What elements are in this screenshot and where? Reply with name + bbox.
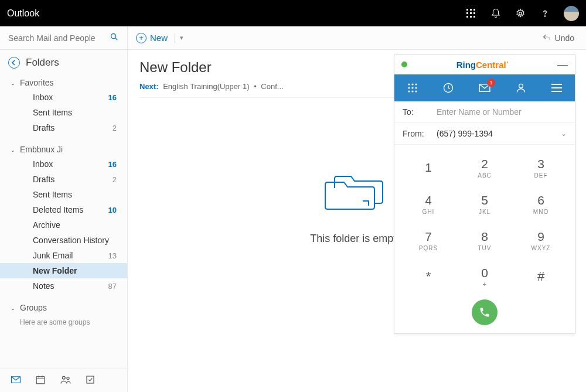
- chevron-up-icon: ⌃: [11, 305, 15, 311]
- mail-module-icon[interactable]: [11, 376, 21, 386]
- rc-to-input[interactable]: [437, 107, 567, 117]
- svg-rect-4: [470, 12, 472, 14]
- dialpad-tab-icon[interactable]: [406, 81, 420, 95]
- search-icon[interactable]: [110, 32, 119, 44]
- rc-from-label: From:: [403, 129, 428, 138]
- contacts-tab-icon[interactable]: [514, 81, 528, 95]
- folder-label: Drafts: [33, 175, 54, 184]
- dial-key-number: 9: [537, 230, 544, 244]
- history-tab-icon[interactable]: [441, 81, 455, 95]
- svg-point-11: [111, 33, 116, 38]
- messages-tab-icon[interactable]: 1: [478, 81, 492, 95]
- folder-label: Conversation History: [33, 236, 109, 245]
- svg-point-19: [415, 83, 417, 85]
- dial-key-star[interactable]: *: [400, 258, 456, 295]
- people-module-icon[interactable]: [60, 375, 71, 387]
- dial-key-1[interactable]: 1: [400, 149, 456, 186]
- search-box[interactable]: [0, 26, 128, 50]
- folder-item-sent[interactable]: Sent Items: [0, 187, 127, 202]
- app-titlebar: Outlook: [0, 0, 586, 26]
- folder-item-notes[interactable]: Notes87: [0, 278, 127, 294]
- svg-rect-6: [466, 16, 468, 18]
- svg-rect-15: [87, 376, 94, 383]
- command-bar: + New ▾ Undo: [0, 26, 586, 50]
- svg-rect-3: [466, 12, 468, 14]
- dial-key-hash[interactable]: #: [513, 258, 569, 295]
- svg-rect-8: [473, 16, 475, 18]
- section-label: Favorites: [20, 78, 54, 87]
- dial-key-letters: PQRS: [419, 245, 438, 251]
- message-badge: 1: [487, 79, 495, 87]
- svg-rect-1: [470, 9, 472, 11]
- user-avatar[interactable]: [564, 6, 579, 21]
- dial-key-number: 1: [425, 161, 432, 175]
- section-mailbox[interactable]: ⌃ Embbnux Ji: [0, 142, 127, 156]
- dial-key-letters: TUV: [478, 245, 492, 251]
- undo-label: Undo: [555, 33, 574, 43]
- chevron-up-icon: ⌃: [11, 80, 15, 86]
- dial-key-8[interactable]: 8TUV: [456, 222, 513, 258]
- svg-rect-0: [466, 9, 468, 11]
- folder-sidebar: Folders ⌃ Favorites Inbox 16 Sent Items …: [0, 50, 128, 392]
- folder-count: 16: [108, 93, 117, 102]
- svg-point-21: [411, 87, 413, 88]
- folder-label: Inbox: [33, 93, 53, 102]
- folder-item-archive[interactable]: Archive: [0, 217, 127, 233]
- call-button[interactable]: [472, 299, 498, 325]
- dial-key-letters: MNO: [533, 209, 548, 215]
- help-icon[interactable]: [539, 8, 551, 19]
- svg-point-14: [67, 377, 69, 379]
- settings-icon[interactable]: [515, 8, 526, 19]
- folder-item-sent[interactable]: Sent Items: [0, 105, 127, 120]
- hamburger-menu-icon[interactable]: [550, 81, 564, 95]
- rc-from-row[interactable]: From: (657) 999-1394 ⌄: [394, 123, 575, 145]
- folder-item-convhistory[interactable]: Conversation History: [0, 233, 127, 248]
- dial-key-number: 7: [425, 230, 432, 244]
- tasks-module-icon[interactable]: [86, 375, 95, 387]
- back-circle-icon[interactable]: [8, 57, 20, 69]
- dial-key-3[interactable]: 3DEF: [513, 149, 569, 186]
- new-button[interactable]: + New ▾: [128, 33, 192, 43]
- folder-item-inbox[interactable]: Inbox 16: [0, 90, 127, 105]
- dial-key-5[interactable]: 5JKL: [456, 186, 513, 222]
- rc-from-value: (657) 999-1394: [437, 129, 553, 138]
- folders-header[interactable]: Folders: [0, 50, 127, 72]
- svg-point-17: [408, 83, 410, 85]
- minimize-icon[interactable]: —: [557, 59, 568, 70]
- folder-count: 13: [108, 251, 117, 260]
- undo-button[interactable]: Undo: [542, 33, 586, 43]
- folder-item-inbox[interactable]: Inbox16: [0, 156, 127, 172]
- dial-key-9[interactable]: 9WXYZ: [513, 222, 569, 258]
- ringcentral-logo: RingCentral': [456, 60, 509, 70]
- section-groups[interactable]: ⌃ Groups: [0, 301, 127, 315]
- groups-description: Here are some groups: [0, 315, 127, 331]
- chevron-down-icon[interactable]: ⌄: [561, 129, 567, 138]
- rc-to-label: To:: [403, 107, 428, 117]
- notifications-icon[interactable]: [490, 8, 502, 19]
- section-favorites[interactable]: ⌃ Favorites: [0, 76, 127, 90]
- svg-point-20: [408, 87, 410, 88]
- empty-text: This folder is empty.: [310, 233, 404, 245]
- calendar-module-icon[interactable]: [35, 374, 46, 387]
- dial-key-4[interactable]: 4GHI: [400, 186, 456, 222]
- folder-item-newfolder[interactable]: New Folder: [0, 263, 127, 278]
- svg-point-18: [411, 83, 413, 85]
- folder-item-junk[interactable]: Junk Email13: [0, 248, 127, 263]
- dial-key-0[interactable]: 0+: [456, 258, 513, 295]
- dial-key-letters: JKL: [479, 209, 490, 215]
- app-launcher-icon[interactable]: [465, 8, 477, 19]
- chevron-down-icon[interactable]: ▾: [180, 34, 183, 42]
- dial-key-7[interactable]: 7PQRS: [400, 222, 456, 258]
- folder-item-drafts[interactable]: Drafts 2: [0, 120, 127, 135]
- folders-title: Folders: [26, 57, 59, 69]
- dial-key-6[interactable]: 6MNO: [513, 186, 569, 222]
- folder-item-drafts[interactable]: Drafts2: [0, 172, 127, 187]
- dial-key-2[interactable]: 2ABC: [456, 149, 513, 186]
- module-switcher: [0, 369, 127, 392]
- svg-point-24: [411, 90, 413, 92]
- search-input[interactable]: [8, 33, 102, 43]
- empty-folder-icon: [322, 174, 392, 215]
- folder-item-deleted[interactable]: Deleted Items10: [0, 202, 127, 217]
- dial-key-number: 4: [425, 193, 432, 207]
- new-label: New: [150, 33, 168, 43]
